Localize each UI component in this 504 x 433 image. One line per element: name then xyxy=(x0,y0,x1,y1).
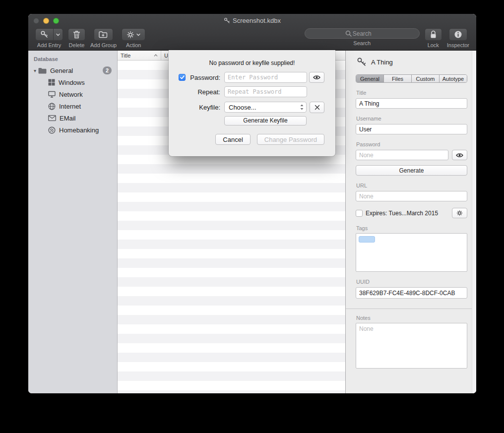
monitor-icon xyxy=(48,91,56,98)
tab-files[interactable]: Files xyxy=(384,75,412,82)
windows-icon xyxy=(48,79,55,86)
dialog-actions: Cancel Change Password xyxy=(215,134,324,145)
desktop: Screenshot.kdbx Add Entry xyxy=(0,0,504,433)
entry-title: A Thing xyxy=(371,59,393,66)
tags-label: Tags xyxy=(356,225,467,232)
eye-icon xyxy=(456,153,463,158)
username-field[interactable] xyxy=(356,124,467,134)
sidebar-item-homebanking[interactable]: Homebanking xyxy=(28,124,117,136)
lock-button[interactable] xyxy=(425,28,442,41)
expires-label: Expires: Tues...March 2015 xyxy=(366,210,438,217)
inspector-scrollbar[interactable] xyxy=(472,51,476,393)
keyfile-popup[interactable]: Choose... xyxy=(224,102,307,113)
entry-header: A Thing xyxy=(357,57,467,67)
titlebar: Screenshot.kdbx xyxy=(28,14,476,27)
inspector-label: Inspector xyxy=(447,42,469,48)
change-password-button[interactable]: Change Password xyxy=(257,134,324,145)
add-entry-dropdown[interactable] xyxy=(53,28,63,41)
window-chrome: Screenshot.kdbx Add Entry xyxy=(28,14,476,51)
tags-box[interactable] xyxy=(356,233,467,272)
dialog-message: No password or keyfile supplied! xyxy=(169,60,335,66)
sidebar-section-header: Database xyxy=(28,54,117,64)
add-entry-group: Add Entry xyxy=(35,28,63,48)
add-entry-label: Add Entry xyxy=(37,42,61,48)
keyfile-popup-value: Choose... xyxy=(229,104,256,111)
repeat-password-input[interactable] xyxy=(224,86,307,97)
gear-icon xyxy=(456,210,463,216)
reveal-password-button[interactable] xyxy=(309,72,324,83)
delete-group: Delete xyxy=(68,28,85,48)
sidebar-item-windows[interactable]: Windows xyxy=(28,76,117,88)
sidebar-item-label: Network xyxy=(59,91,83,98)
delete-button[interactable] xyxy=(68,28,85,41)
search-input[interactable] xyxy=(305,28,420,39)
password-field-label: Password: xyxy=(188,74,220,81)
password-checkbox[interactable] xyxy=(179,74,186,81)
sidebar-item-label: Internet xyxy=(59,103,81,110)
key-icon xyxy=(40,30,49,39)
lock-group: Lock xyxy=(425,28,442,48)
column-header-title[interactable]: Title xyxy=(118,51,161,60)
add-group-group: Add Group xyxy=(90,28,117,48)
url-field[interactable] xyxy=(356,191,467,201)
lock-label: Lock xyxy=(428,42,439,48)
globe-icon xyxy=(48,103,56,110)
generate-keyfile-button[interactable]: Generate Keyfile xyxy=(224,116,307,125)
tab-custom[interactable]: Custom xyxy=(412,75,440,82)
new-password-input[interactable] xyxy=(224,72,307,83)
popup-stepper-icon xyxy=(300,104,304,110)
repeat-field-label: Repeat: xyxy=(188,88,220,96)
keyfile-row: Keyfile: Choose... xyxy=(179,101,324,113)
title-field[interactable] xyxy=(356,98,467,109)
sidebar-item-label: EMail xyxy=(60,115,76,122)
cancel-button[interactable]: Cancel xyxy=(215,134,250,145)
tag-chip[interactable] xyxy=(359,236,375,243)
action-button[interactable] xyxy=(122,28,145,41)
uuid-label: UUID xyxy=(356,279,467,285)
tab-autotype[interactable]: Autotype xyxy=(440,75,467,82)
action-group: Action xyxy=(122,28,145,48)
search-group: Search xyxy=(305,28,420,46)
change-password-dialog: No password or keyfile supplied! Passwor… xyxy=(169,50,335,156)
tab-general[interactable]: General xyxy=(356,75,384,82)
info-icon xyxy=(454,30,462,39)
inspector-button[interactable] xyxy=(449,28,467,41)
trash-icon xyxy=(73,30,80,39)
add-group-button[interactable] xyxy=(94,28,113,41)
sidebar-item-general[interactable]: ▾ General 2 xyxy=(28,64,117,76)
app-window: Screenshot.kdbx Add Entry xyxy=(28,14,476,393)
inspector-group: Inspector xyxy=(447,28,469,48)
expires-checkbox[interactable] xyxy=(356,210,363,217)
window-title: Screenshot.kdbx xyxy=(233,17,281,24)
password-field[interactable] xyxy=(356,150,448,160)
generate-password-button[interactable]: Generate xyxy=(356,165,467,176)
keyfile-field-label: Keyfile: xyxy=(188,104,220,111)
disclosure-triangle-icon[interactable]: ▾ xyxy=(32,68,38,73)
sidebar-item-label: General xyxy=(50,67,73,74)
eye-icon xyxy=(313,75,320,80)
sidebar-item-network[interactable]: Network xyxy=(28,88,117,100)
sidebar-item-label: Homebanking xyxy=(59,126,99,134)
check-icon xyxy=(180,75,185,79)
inspector-divider xyxy=(346,309,476,309)
expires-settings-button[interactable] xyxy=(452,208,467,218)
sidebar-item-email[interactable]: EMail xyxy=(28,112,117,124)
sidebar-item-label: Windows xyxy=(59,79,85,86)
notes-field[interactable] xyxy=(356,323,467,369)
sidebar-item-internet[interactable]: Internet xyxy=(28,100,117,112)
action-label: Action xyxy=(126,42,141,48)
lock-icon xyxy=(430,30,437,39)
reveal-password-button[interactable] xyxy=(452,150,467,160)
gear-icon xyxy=(126,31,134,39)
clear-keyfile-button[interactable] xyxy=(310,102,324,113)
sidebar: Database ▾ General 2 Windows xyxy=(28,51,118,393)
folder-plus-icon xyxy=(99,31,108,38)
add-group-label: Add Group xyxy=(90,42,117,48)
coin-icon xyxy=(48,126,56,134)
entry-count-badge: 2 xyxy=(103,66,112,74)
uuid-field[interactable] xyxy=(356,287,467,299)
chevron-down-icon xyxy=(56,33,60,36)
close-x-icon xyxy=(315,105,320,110)
add-entry-button[interactable] xyxy=(35,28,54,41)
password-label: Password xyxy=(356,141,467,148)
